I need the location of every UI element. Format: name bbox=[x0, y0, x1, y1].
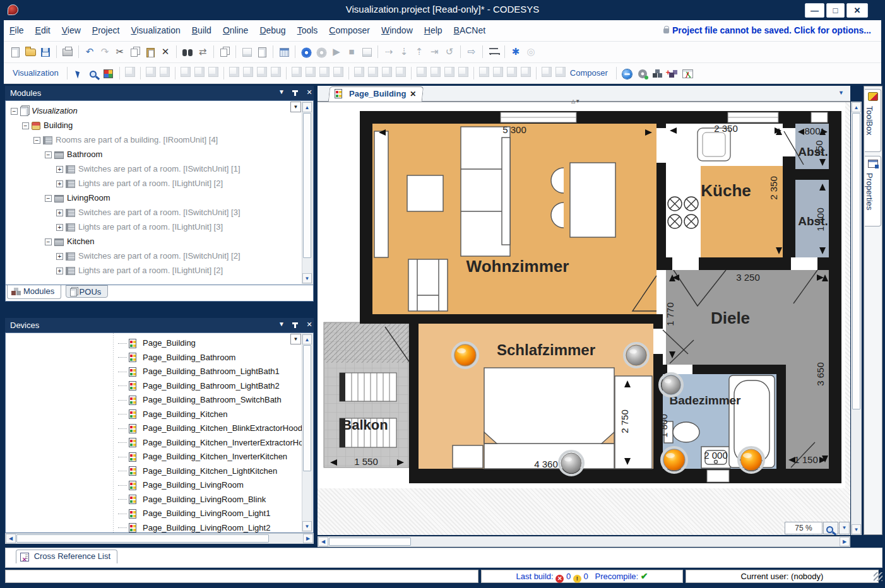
lamp-bathroom-left[interactable] bbox=[662, 447, 687, 473]
expander-plus-icon[interactable]: + bbox=[56, 166, 63, 173]
step-out-button[interactable]: ⇡ bbox=[412, 44, 427, 59]
scroll-up-icon[interactable]: ▲ bbox=[852, 102, 861, 112]
device-tree-item[interactable]: Page_Building_LivingRoom_Blink bbox=[6, 493, 313, 507]
expander-minus-icon[interactable]: − bbox=[33, 137, 40, 144]
modules-close-icon[interactable]: ✕ bbox=[304, 88, 314, 97]
device-tree-item[interactable]: Page_Building_Bathroom_LightBath2 bbox=[6, 379, 313, 394]
composer-library-button[interactable] bbox=[665, 66, 680, 81]
module-tree-item[interactable]: −Bathroom bbox=[8, 147, 313, 162]
center-vertical-button[interactable] bbox=[396, 67, 406, 77]
canvas-hscrollbar[interactable]: ◀ ▶ bbox=[318, 536, 850, 547]
tab-modules[interactable]: Modules bbox=[7, 285, 61, 299]
device-tree-item[interactable]: Page_Building bbox=[6, 336, 313, 351]
modules-panel-header[interactable]: Modules ▼ ✕ bbox=[5, 86, 314, 100]
size-width-button[interactable] bbox=[292, 67, 302, 77]
find-replace-button[interactable]: ⇄ bbox=[195, 44, 210, 59]
devices-hscroll-thumb[interactable] bbox=[16, 534, 269, 543]
frame-fixed-button[interactable] bbox=[444, 67, 454, 77]
module-tree-item[interactable]: +Switches are part of a room. [ISwitchUn… bbox=[8, 205, 313, 220]
device-cart-button[interactable] bbox=[486, 44, 501, 59]
canvas-vscroll-thumb[interactable] bbox=[852, 113, 860, 409]
stop-button[interactable]: ■ bbox=[344, 44, 359, 59]
visualization-canvas[interactable]: Wohnzimmer Küche Abst. Abst. Diele Schla… bbox=[318, 102, 850, 535]
open-file-button[interactable] bbox=[23, 44, 38, 59]
menu-tools[interactable]: Tools bbox=[297, 25, 318, 35]
device-tree-item[interactable]: Page_Building_LivingRoom_Light1 bbox=[6, 507, 313, 521]
menu-composer[interactable]: Composer bbox=[329, 25, 370, 35]
tab-list-dropdown-icon[interactable]: ▼ bbox=[838, 90, 844, 96]
device-tree-item[interactable]: Page_Building_Kitchen bbox=[6, 408, 313, 422]
device-tree-item[interactable]: Page_Building_Bathroom_SwitchBath bbox=[6, 393, 313, 408]
lamp-bedroom[interactable] bbox=[453, 343, 478, 368]
module-tree-item[interactable]: +Lights are part of a room. [ILightUnit]… bbox=[8, 220, 313, 234]
frame-selection-button[interactable] bbox=[417, 67, 427, 77]
center-horizontal-button[interactable] bbox=[382, 67, 392, 77]
menu-view[interactable]: View bbox=[62, 25, 81, 35]
menu-edit[interactable]: Edit bbox=[35, 25, 50, 35]
devices-pin-icon[interactable] bbox=[294, 322, 296, 328]
canvas-hscroll-thumb[interactable] bbox=[329, 538, 411, 546]
multiselect-button[interactable] bbox=[542, 67, 552, 77]
modules-vscrollbar[interactable]: ▲ ▼ bbox=[302, 102, 312, 284]
new-visualization-button[interactable] bbox=[254, 44, 270, 59]
scroll-left-icon[interactable]: ◀ bbox=[6, 534, 16, 543]
zoom-dropdown-button[interactable]: ▼ bbox=[839, 522, 850, 534]
size-height-button[interactable] bbox=[306, 67, 316, 77]
composer-settings-button[interactable] bbox=[635, 66, 650, 81]
expander-minus-icon[interactable]: − bbox=[45, 195, 52, 202]
devices-vscrollbar[interactable]: ▲ ▼ bbox=[302, 334, 312, 532]
minimize-button[interactable]: — bbox=[805, 3, 824, 18]
distribute-vertical-button[interactable] bbox=[368, 67, 378, 77]
scroll-down-icon[interactable]: ▼ bbox=[852, 524, 861, 534]
background-image-button[interactable] bbox=[271, 67, 281, 77]
align-left-button[interactable] bbox=[181, 67, 191, 77]
menu-online[interactable]: Online bbox=[223, 25, 248, 35]
send-backward-button[interactable] bbox=[493, 67, 503, 77]
device-tree-item[interactable]: Page_Building_Kitchen_LightKitchen bbox=[6, 464, 313, 479]
tab-pous[interactable]: POUs bbox=[66, 285, 109, 298]
run-to-cursor-button[interactable]: ⇥ bbox=[427, 44, 442, 59]
redo-button[interactable]: ↷ bbox=[97, 44, 112, 59]
print-button[interactable] bbox=[60, 44, 75, 59]
align-center-vertical-button[interactable] bbox=[243, 67, 253, 77]
modules-pin-icon[interactable] bbox=[294, 90, 296, 96]
device-tree-item[interactable]: Page_Building_Kitchen_BlinkExtractorHood bbox=[6, 421, 313, 436]
canvas-vscrollbar[interactable]: ▲ ▼ bbox=[851, 102, 862, 535]
module-tree-item[interactable]: −LivingRoom bbox=[8, 191, 313, 205]
modules-combo-dropdown[interactable]: ▼ bbox=[290, 102, 301, 112]
editor-tab-close-icon[interactable]: ✕ bbox=[410, 90, 416, 98]
multiselect-all-button[interactable] bbox=[555, 67, 566, 77]
menu-project[interactable]: Project bbox=[92, 25, 120, 35]
step-into-button[interactable]: ⇣ bbox=[396, 44, 412, 59]
close-button[interactable]: ✕ bbox=[846, 3, 868, 18]
zoom-magnifier-button[interactable] bbox=[823, 522, 838, 534]
composer-update-button[interactable] bbox=[620, 66, 635, 81]
expander-minus-icon[interactable]: − bbox=[11, 108, 18, 115]
module-tree-item[interactable]: −Building bbox=[8, 118, 313, 132]
copy-button[interactable] bbox=[128, 44, 143, 59]
multi-paste-button[interactable] bbox=[217, 44, 232, 59]
distribute-horizontal-button[interactable] bbox=[354, 67, 364, 77]
expander-plus-icon[interactable]: + bbox=[56, 268, 63, 274]
bring-forward-button[interactable] bbox=[479, 67, 489, 77]
resize-grip[interactable] bbox=[874, 572, 882, 581]
devices-menu-icon[interactable]: ▼ bbox=[276, 320, 287, 327]
menu-visualization[interactable]: Visualization bbox=[131, 25, 180, 35]
switch-bedroom-bed[interactable] bbox=[559, 451, 583, 475]
size-both-button[interactable] bbox=[319, 67, 330, 77]
menu-debug[interactable]: Debug bbox=[259, 25, 285, 35]
record-button[interactable]: ◎ bbox=[523, 44, 538, 59]
side-tab-toolbox[interactable]: ToolBox bbox=[865, 89, 881, 152]
next-statement-button[interactable]: ⇨ bbox=[464, 44, 479, 59]
switch-bathroom[interactable] bbox=[660, 373, 682, 396]
group-button[interactable] bbox=[146, 67, 156, 77]
login-gear-inactive-button[interactable] bbox=[314, 44, 329, 59]
expander-plus-icon[interactable]: + bbox=[56, 224, 63, 231]
login-gear-active-button[interactable] bbox=[299, 44, 314, 59]
cut-button[interactable]: ✂ bbox=[112, 44, 128, 59]
size-to-grid-button[interactable] bbox=[333, 67, 343, 77]
expander-minus-icon[interactable]: − bbox=[45, 238, 52, 245]
menu-window[interactable]: Window bbox=[381, 25, 413, 35]
devices-combo-dropdown[interactable]: ▼ bbox=[290, 334, 301, 344]
align-top-button[interactable] bbox=[229, 67, 239, 77]
